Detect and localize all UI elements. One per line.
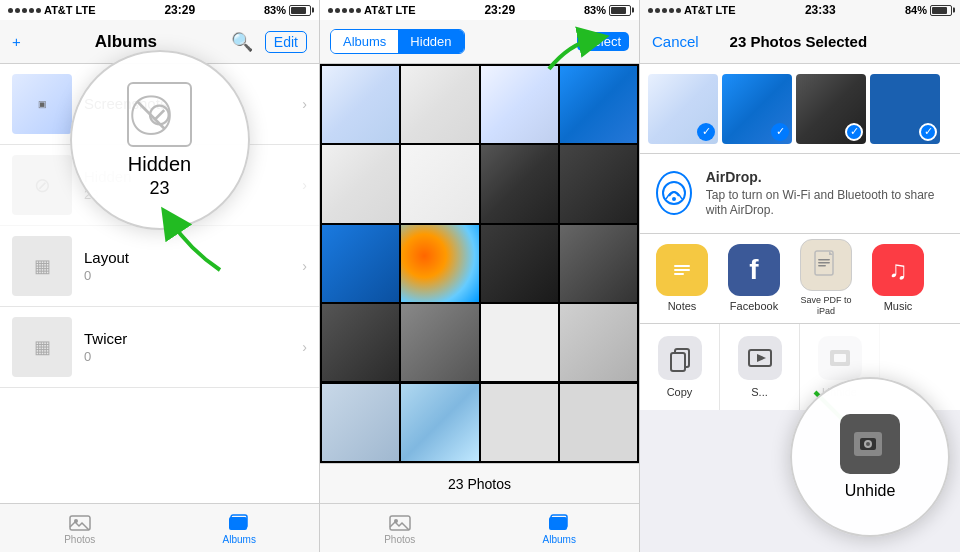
svg-point-31 <box>866 442 870 446</box>
time-1: 23:29 <box>164 3 195 17</box>
photo-cell-19[interactable] <box>481 384 558 461</box>
photo-cell-2[interactable] <box>401 66 478 143</box>
photo-cell-3[interactable] <box>481 66 558 143</box>
signal-icon-2 <box>328 8 361 13</box>
panel-3-share: AT&T LTE 23:33 84% Cancel 23 Photos Sele… <box>640 0 960 552</box>
action-item-copy[interactable]: Copy <box>640 324 720 410</box>
svg-rect-13 <box>674 265 690 267</box>
app-item-notes[interactable]: Notes <box>648 244 716 312</box>
album-count-layout: 0 <box>84 268 302 283</box>
photo-count-bar: 23 Photos <box>320 463 639 503</box>
album-thumb-twicer: ▦ <box>12 317 72 377</box>
app-item-savepdf[interactable]: Save PDF to iPad <box>792 239 860 317</box>
unhide-icon-large <box>840 414 900 474</box>
notes-app-icon <box>656 244 708 296</box>
photo-cell-8[interactable] <box>560 145 637 222</box>
svg-rect-26 <box>834 354 846 362</box>
app-item-facebook[interactable]: f Facebook <box>720 244 788 312</box>
chevron-twicer: › <box>302 339 307 355</box>
add-button-1[interactable]: + <box>12 33 21 50</box>
tab-albums-1[interactable]: Albums <box>160 504 320 552</box>
status-right-2: 83% <box>584 4 631 16</box>
cancel-button-3[interactable]: Cancel <box>652 33 699 50</box>
action-item-slide[interactable]: S... <box>720 324 800 410</box>
sel-check-3: ✓ <box>845 123 863 141</box>
album-info-twicer: Twicer 0 <box>84 330 302 364</box>
svg-rect-20 <box>818 265 826 267</box>
photo-cell-17[interactable] <box>322 384 399 461</box>
battery-pct-3: 84% <box>905 4 927 16</box>
search-icon-1[interactable]: 🔍 <box>231 31 253 53</box>
airdrop-title: AirDrop. <box>706 168 944 188</box>
photo-cell-1[interactable] <box>322 66 399 143</box>
photo-cell-20[interactable] <box>560 384 637 461</box>
photo-cell-9[interactable] <box>322 225 399 302</box>
album-name-twicer: Twicer <box>84 330 302 347</box>
status-left-2: AT&T LTE <box>328 4 415 16</box>
photo-cell-4[interactable] <box>560 66 637 143</box>
savepdf-app-icon <box>800 239 852 291</box>
sel-check-4: ✓ <box>919 123 937 141</box>
photo-cell-14[interactable] <box>401 304 478 381</box>
select-button-2[interactable]: Select <box>577 32 629 51</box>
photo-cell-10[interactable] <box>401 225 478 302</box>
tab-photos-label-1: Photos <box>64 534 95 545</box>
app-item-music[interactable]: ♫ Music <box>864 244 932 312</box>
share-title-3: 23 Photos Selected <box>730 33 868 50</box>
album-row-layout[interactable]: ▦ Layout 0 › <box>0 226 319 307</box>
album-thumb-hidden: ⊘ <box>12 155 72 215</box>
status-left-1: AT&T LTE <box>8 4 95 16</box>
signal-icon-1 <box>8 8 41 13</box>
seg-btn-albums[interactable]: Albums <box>331 30 398 53</box>
photo-cell-5[interactable] <box>322 145 399 222</box>
app-row-3: Notes f Facebook Save PDF to iPad ♫ Musi… <box>640 234 960 324</box>
tab-photos-2[interactable]: Photos <box>320 504 480 552</box>
carrier-3: AT&T <box>684 4 713 16</box>
tab-photos-label-2: Photos <box>384 534 415 545</box>
album-info-layout: Layout 0 <box>84 249 302 283</box>
signal-icon-3 <box>648 8 681 13</box>
chevron-layout: › <box>302 258 307 274</box>
carrier-1: AT&T <box>44 4 73 16</box>
photo-cell-13[interactable] <box>322 304 399 381</box>
status-right-1: 83% <box>264 4 311 16</box>
tab-photos-1[interactable]: Photos <box>0 504 160 552</box>
battery-fill-3 <box>932 7 947 14</box>
svg-rect-18 <box>818 259 830 261</box>
seg-control-2: Albums Hidden <box>330 29 465 54</box>
panel-1-albums: AT&T LTE 23:29 83% + Albums 🔍 Edit ▣ Scr… <box>0 0 320 552</box>
album-row-twicer[interactable]: ▦ Twicer 0 › <box>0 307 319 388</box>
sel-thumb-1: ✓ <box>648 74 718 144</box>
edit-button-1[interactable]: Edit <box>265 31 307 53</box>
time-2: 23:29 <box>484 3 515 17</box>
battery-icon-2 <box>609 5 631 16</box>
photo-cell-11[interactable] <box>481 225 558 302</box>
photo-cell-7[interactable] <box>481 145 558 222</box>
photo-cell-6[interactable] <box>401 145 478 222</box>
tab-bar-2: Photos Albums <box>320 503 639 552</box>
photo-cell-12[interactable] <box>560 225 637 302</box>
chevron-hidden: › <box>302 177 307 193</box>
status-bar-2: AT&T LTE 23:29 83% <box>320 0 639 20</box>
photo-cell-18[interactable] <box>401 384 478 461</box>
photo-cell-15[interactable] <box>481 304 558 381</box>
network-3: LTE <box>716 4 736 16</box>
tab-albums-label-1: Albums <box>223 534 256 545</box>
selected-photos-row: ✓ ✓ ✓ ✓ <box>640 64 960 154</box>
album-count-twicer: 0 <box>84 349 302 364</box>
battery-pct-1: 83% <box>264 4 286 16</box>
copy-action-label: Copy <box>667 386 693 398</box>
slide-action-icon <box>738 336 782 380</box>
sel-check-1: ✓ <box>697 123 715 141</box>
tab-albums-2[interactable]: Albums <box>480 504 640 552</box>
carrier-2: AT&T <box>364 4 393 16</box>
svg-rect-14 <box>674 269 690 271</box>
battery-fill-2 <box>611 7 626 14</box>
network-2: LTE <box>396 4 416 16</box>
photo-cell-16[interactable] <box>560 304 637 381</box>
seg-btn-hidden[interactable]: Hidden <box>398 30 463 53</box>
svg-rect-19 <box>818 262 830 264</box>
svg-point-11 <box>672 197 676 201</box>
status-bar-3: AT&T LTE 23:33 84% <box>640 0 960 20</box>
battery-fill-1 <box>291 7 306 14</box>
